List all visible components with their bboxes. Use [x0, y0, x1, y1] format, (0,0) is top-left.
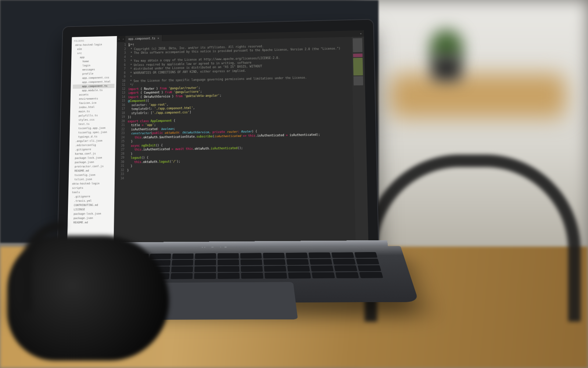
minimap-block — [353, 53, 363, 57]
plant-pot — [432, 55, 461, 81]
sidebar-file-list[interactable]: okta-hosted-logine2esrcapphomeloginmessa… — [70, 42, 115, 225]
minimap-block — [354, 76, 363, 86]
sidebar-header: FOLDERS — [74, 39, 115, 43]
nav-forward-button[interactable]: › — [121, 36, 126, 42]
code-area[interactable]: 1234567891011121314151617181920212223242… — [114, 37, 368, 245]
sidebar-item[interactable]: README.md — [70, 220, 112, 225]
code-text[interactable]: /*! * Copyright (c) 2018, Okta, Inc. and… — [125, 37, 356, 245]
nav-back-button[interactable]: ‹ — [117, 36, 121, 42]
code-editor: ‹ › app.component.ts × ▾ 123456789101112… — [114, 30, 368, 245]
headphones — [7, 236, 169, 361]
minimap-block — [353, 38, 363, 52]
tab-title: app.component.ts — [128, 37, 155, 40]
laptop-screen-bezel: FOLDERS okta-hosted-logine2esrcapphomelo… — [57, 19, 379, 258]
tab-overflow-icon[interactable]: ▾ — [360, 32, 362, 35]
minimap-block — [353, 58, 363, 75]
tab-close-icon[interactable]: × — [157, 37, 159, 40]
editor-window: FOLDERS okta-hosted-logine2esrcapphomelo… — [67, 30, 369, 245]
scene-photo: FOLDERS okta-hosted-logine2esrcapphomelo… — [0, 0, 588, 368]
file-explorer-sidebar[interactable]: FOLDERS okta-hosted-logine2esrcapphomelo… — [67, 36, 117, 245]
background-table — [390, 74, 566, 118]
